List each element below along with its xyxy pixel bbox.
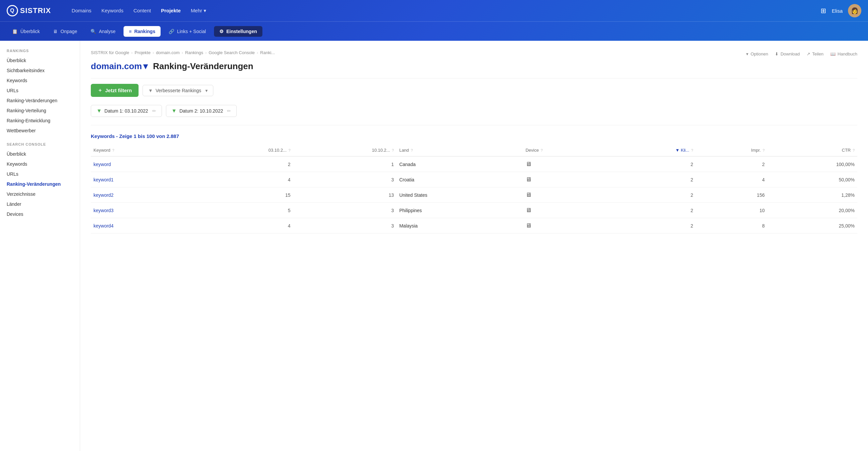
sidebar-item-sc-uberblick[interactable]: Überblick — [0, 149, 80, 159]
table-title: Keywords - Zeige 1 bis 100 von 2.887 — [91, 133, 857, 139]
sub-nav: 📋 Überblick 🖥 Onpage 🔍 Analyse ≡ Ranking… — [0, 21, 868, 41]
sidebar-item-uberblick[interactable]: Überblick — [0, 56, 80, 65]
impr-help-icon[interactable]: ? — [763, 148, 765, 152]
sidebar-item-wettbewerber[interactable]: Wettbewerber — [0, 126, 80, 136]
cell-date1-3: 5 — [190, 203, 293, 218]
sidebar-item-sc-keywords[interactable]: Keywords — [0, 159, 80, 169]
cell-keyword-3[interactable]: keyword3 — [91, 203, 190, 218]
nav-projekte[interactable]: Projekte — [157, 6, 185, 16]
keyword-help-icon[interactable]: ? — [112, 148, 114, 152]
options-icon: ▾ — [746, 52, 748, 56]
plus-icon: ＋ — [97, 87, 102, 94]
add-filter-button[interactable]: ＋ Jetzt filtern — [91, 84, 138, 97]
subnav-onpage[interactable]: 🖥 Onpage — [48, 26, 83, 37]
sidebar-item-sc-lander[interactable]: Länder — [0, 199, 80, 209]
options-label: Optionen — [750, 52, 768, 56]
subnav-analyse[interactable]: 🔍 Analyse — [85, 26, 121, 37]
sidebar-item-ranking-veranderungen[interactable]: Ranking-Veränderungen — [0, 95, 80, 106]
sidebar-item-sc-devices[interactable]: Devices — [0, 209, 80, 219]
avatar[interactable]: 👩 — [848, 4, 861, 18]
filter-dropdown-icon: ▾ — [205, 88, 208, 93]
breadcrumb-action-download[interactable]: ⬇ Download — [775, 52, 800, 56]
cell-kli-2: 2 — [608, 187, 696, 203]
table-row: keyword 2 1 Canada 🖥 2 2 100,00% — [91, 156, 857, 172]
breadcrumb-action-optionen[interactable]: ▾ Optionen — [746, 52, 768, 56]
date1-help-icon[interactable]: ? — [288, 148, 290, 152]
logo-icon: Q — [7, 5, 18, 17]
settings-icon: ⚙ — [219, 29, 224, 34]
cell-keyword-2[interactable]: keyword2 — [91, 187, 190, 203]
cell-land-3: Philippines — [397, 203, 523, 218]
title-divider — [91, 78, 857, 79]
date2-edit-icon: ✏ — [227, 108, 231, 114]
logo[interactable]: Q SISTRIX — [7, 5, 51, 17]
date1-col-label: 03.10.2... — [269, 148, 286, 153]
sidebar-item-keywords[interactable]: Keywords — [0, 76, 80, 86]
cell-impr-0: 2 — [696, 156, 767, 172]
cell-device-1: 🖥 — [523, 172, 608, 187]
onpage-label: Onpage — [60, 29, 77, 34]
device-icon-0: 🖥 — [525, 161, 531, 168]
breadcrumb-google-search-console[interactable]: Google Search Console — [209, 50, 255, 55]
subnav-einstellungen[interactable]: ⚙ Einstellungen — [214, 26, 262, 37]
download-label: Download — [780, 52, 800, 56]
sidebar-section-search-console: SEARCH CONSOLE — [0, 142, 80, 149]
cell-kli-3: 2 — [608, 203, 696, 218]
cell-kli-4: 2 — [608, 218, 696, 234]
sidebar-item-urls[interactable]: URLs — [0, 86, 80, 95]
breadcrumb-sistrix[interactable]: SISTRIX für Google — [91, 50, 129, 55]
data-table: Keyword ? 03.10.2... ? 10.10.2... ? Land… — [91, 144, 857, 234]
breadcrumb-domain[interactable]: domain.com — [156, 50, 180, 55]
cell-keyword-1[interactable]: keyword1 — [91, 172, 190, 187]
nav-domains[interactable]: Domains — [68, 6, 95, 16]
cell-date2-0: 1 — [293, 156, 397, 172]
nav-mehr[interactable]: Mehr ▾ — [187, 6, 210, 16]
subnav-links-social[interactable]: 🔗 Links + Social — [163, 26, 211, 37]
device-help-icon[interactable]: ? — [541, 148, 543, 152]
header-row: Keyword ? 03.10.2... ? 10.10.2... ? Land… — [91, 144, 857, 156]
subnav-rankings[interactable]: ≡ Rankings — [124, 26, 161, 37]
cell-keyword-4[interactable]: keyword4 — [91, 218, 190, 234]
sidebar-item-sichtbarkeitsindex[interactable]: Sichtbarkeitsindex — [0, 65, 80, 76]
sidebar-item-sc-verzeichnisse[interactable]: Verzeichnisse — [0, 189, 80, 199]
nav-keywords[interactable]: Keywords — [97, 6, 127, 16]
cell-impr-4: 8 — [696, 218, 767, 234]
grid-icon[interactable]: ⊞ — [820, 7, 826, 15]
breadcrumb-rankings[interactable]: Rankings — [185, 50, 203, 55]
land-help-icon[interactable]: ? — [411, 148, 413, 152]
brand-name: SISTRIX — [20, 6, 51, 15]
ctr-help-icon[interactable]: ? — [852, 148, 855, 152]
breadcrumb-action-handbuch[interactable]: 📖 Handbuch — [830, 52, 857, 56]
breadcrumb-action-teilen[interactable]: ↗ Teilen — [807, 52, 824, 56]
breadcrumb-projekte[interactable]: Projekte — [134, 50, 151, 55]
top-nav-links: Domains Keywords Content Projekte Mehr ▾ — [68, 6, 210, 16]
filter-icon: ▼ — [148, 88, 153, 93]
col-ctr: CTR ? — [767, 144, 857, 156]
table-body: keyword 2 1 Canada 🖥 2 2 100,00% keyword… — [91, 156, 857, 234]
date-filters: ▼ Datum 1: 03.10.2022 ✏ ▼ Datum 2: 10.10… — [91, 105, 857, 125]
col-date1: 03.10.2... ? — [190, 144, 293, 156]
cell-ctr-0: 100,00% — [767, 156, 857, 172]
cell-impr-1: 4 — [696, 172, 767, 187]
table-row: keyword1 4 3 Croatia 🖥 2 4 50,00% — [91, 172, 857, 187]
breadcrumb-sep-2: › — [153, 50, 154, 55]
breadcrumb-ranki[interactable]: Ranki... — [260, 50, 275, 55]
sidebar-item-ranking-verteilung[interactable]: Ranking-Verteilung — [0, 106, 80, 116]
sidebar-item-ranking-entwicklung[interactable]: Ranking-Entwicklung — [0, 116, 80, 126]
sidebar-item-sc-ranking-veranderungen[interactable]: Ranking-Veränderungen — [0, 179, 80, 189]
kli-help-icon[interactable]: ? — [691, 148, 693, 152]
col-date2: 10.10.2... ? — [293, 144, 397, 156]
keyword-col-label: Keyword — [93, 148, 111, 153]
date-filter-2[interactable]: ▼ Datum 2: 10.10.2022 ✏ — [166, 105, 237, 117]
breadcrumb-sep-4: › — [205, 50, 207, 55]
nav-content[interactable]: Content — [129, 6, 155, 16]
share-icon: ↗ — [807, 52, 810, 56]
date2-help-icon[interactable]: ? — [392, 148, 394, 152]
subnav-uberblick[interactable]: 📋 Überblick — [7, 26, 45, 37]
sidebar-item-sc-urls[interactable]: URLs — [0, 169, 80, 179]
top-nav: Q SISTRIX Domains Keywords Content Proje… — [0, 0, 868, 21]
date-filter-1[interactable]: ▼ Datum 1: 03.10.2022 ✏ — [91, 105, 162, 117]
cell-keyword-0[interactable]: keyword — [91, 156, 190, 172]
filter-type-dropdown[interactable]: ▼ Verbesserte Rankings ▾ — [143, 85, 213, 96]
domain-link[interactable]: domain.com ▾ — [91, 61, 148, 71]
